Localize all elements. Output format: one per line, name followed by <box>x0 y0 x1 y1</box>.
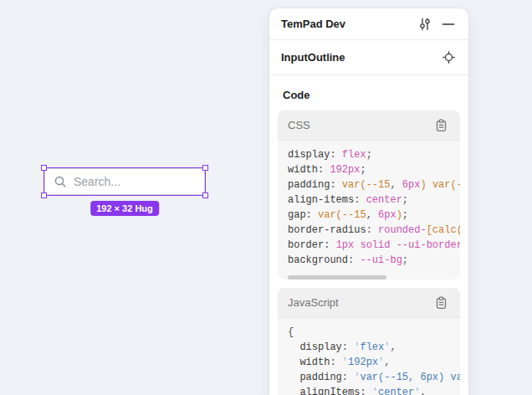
copy-css-button[interactable] <box>435 118 450 133</box>
code-line: gap: var(--15, 6px); <box>288 208 460 223</box>
js-code[interactable]: { display: 'flex', width: '192px', paddi… <box>278 318 460 395</box>
code-line: display: 'flex', <box>288 340 460 355</box>
search-input[interactable]: Search... <box>44 168 205 195</box>
locate-target-icon[interactable] <box>440 49 457 66</box>
code-line: { <box>288 325 460 340</box>
horizontal-scrollbar[interactable] <box>288 275 386 280</box>
component-row: InputOutline <box>269 40 468 75</box>
code-line: width: '192px', <box>288 355 460 370</box>
selected-component[interactable]: Search... 192 × 32 Hug <box>44 168 205 195</box>
size-badge: 192 × 32 Hug <box>90 201 159 216</box>
code-line: border-radius: rounded-[calc(v <box>288 223 460 238</box>
code-line: padding: 'var(--15, 6px) var <box>288 370 460 385</box>
code-section-label: Code <box>283 89 455 101</box>
search-placeholder: Search... <box>74 175 120 188</box>
css-code[interactable]: display: flex;width: 192px;padding: var(… <box>278 141 460 273</box>
code-line: align-items: center; <box>288 192 460 208</box>
settings-sliders-icon[interactable] <box>417 16 433 33</box>
minimize-icon[interactable] <box>440 16 457 33</box>
tempad-dev-panel: TemPad Dev InputOutline <box>269 8 468 395</box>
code-line: border: 1px solid --ui-border- <box>288 238 460 253</box>
js-block-header: JavaScript <box>278 288 460 318</box>
css-code-block: CSS display: flex;width: 192px;padding: … <box>278 110 460 280</box>
code-line: padding: var(--15, 6px) var(-- <box>288 177 460 192</box>
js-block-title: JavaScript <box>288 296 435 309</box>
component-name: InputOutline <box>281 51 440 64</box>
code-line: background: --ui-bg; <box>288 253 460 268</box>
panel-header: TemPad Dev <box>269 8 468 40</box>
code-line: width: 192px; <box>288 162 460 177</box>
css-block-header: CSS <box>278 110 460 141</box>
copy-js-button[interactable] <box>435 295 450 310</box>
js-code-block: JavaScript { display: 'flex', width: '19… <box>278 288 460 395</box>
code-line: display: flex; <box>288 147 460 162</box>
code-line: alignItems: 'center', <box>288 385 460 395</box>
panel-title: TemPad Dev <box>281 18 417 30</box>
css-block-title: CSS <box>288 119 435 131</box>
search-icon <box>54 175 67 188</box>
